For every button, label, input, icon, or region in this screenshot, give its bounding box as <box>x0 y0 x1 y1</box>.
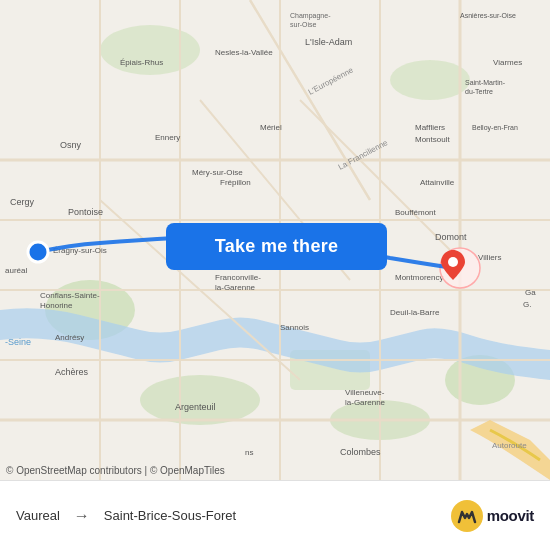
svg-text:Franconville-: Franconville- <box>215 273 261 282</box>
svg-text:Andrésy: Andrésy <box>55 333 84 342</box>
svg-point-70 <box>448 257 458 267</box>
svg-text:Montmorency: Montmorency <box>395 273 443 282</box>
svg-text:Honorine: Honorine <box>40 301 73 310</box>
svg-text:auréal: auréal <box>5 266 27 275</box>
svg-text:Mériel: Mériel <box>260 123 282 132</box>
svg-text:du-Tertre: du-Tertre <box>465 88 493 95</box>
svg-text:Méry-sur-Oise: Méry-sur-Oise <box>192 168 243 177</box>
svg-text:Montsoult: Montsoult <box>415 135 450 144</box>
svg-text:Saint-Martin-: Saint-Martin- <box>465 79 506 86</box>
take-me-there-label: Take me there <box>215 236 339 257</box>
svg-text:la-Garenne: la-Garenne <box>215 283 256 292</box>
svg-text:Asnières-sur-Oise: Asnières-sur-Oise <box>460 12 516 19</box>
svg-point-6 <box>100 25 200 75</box>
map-container: L'Isle-Adam Champagne- sur-Oise Asnières… <box>0 0 550 480</box>
moovit-icon <box>451 500 483 532</box>
footer-bar: Vaureal → Saint-Brice-Sous-Foret moovit <box>0 480 550 550</box>
svg-text:Domont: Domont <box>435 232 467 242</box>
svg-text:Bouffémont: Bouffémont <box>395 208 437 217</box>
svg-text:Osny: Osny <box>60 140 82 150</box>
svg-text:Argenteuil: Argenteuil <box>175 402 216 412</box>
svg-text:Champagne-: Champagne- <box>290 12 331 20</box>
svg-text:Cergy: Cergy <box>10 197 35 207</box>
route-info: Vaureal → Saint-Brice-Sous-Foret <box>16 507 236 525</box>
svg-text:Viarmes: Viarmes <box>493 58 522 67</box>
svg-text:Conflans-Sainte-: Conflans-Sainte- <box>40 291 100 300</box>
svg-text:Épiais-Rhus: Épiais-Rhus <box>120 58 163 67</box>
svg-text:Belloy-en-Fran: Belloy-en-Fran <box>472 124 518 132</box>
svg-point-69 <box>28 242 48 262</box>
svg-text:Pontoise: Pontoise <box>68 207 103 217</box>
moovit-logo: moovit <box>451 500 534 532</box>
moovit-brand-name: moovit <box>487 507 534 524</box>
svg-text:Villeneuve-: Villeneuve- <box>345 388 385 397</box>
take-me-there-button[interactable]: Take me there <box>166 223 387 270</box>
destination-label: Saint-Brice-Sous-Foret <box>104 508 236 523</box>
svg-text:Villiers: Villiers <box>478 253 501 262</box>
svg-text:Frépillon: Frépillon <box>220 178 251 187</box>
svg-text:la-Garenne: la-Garenne <box>345 398 386 407</box>
svg-text:Attainville: Attainville <box>420 178 455 187</box>
moovit-branding: moovit <box>451 500 534 532</box>
map-attribution: © OpenStreetMap contributors | © OpenMap… <box>6 465 225 476</box>
svg-point-2 <box>140 375 260 425</box>
svg-text:G.: G. <box>523 300 531 309</box>
svg-text:sur-Oise: sur-Oise <box>290 21 317 28</box>
svg-text:Sannois: Sannois <box>280 323 309 332</box>
svg-text:Nesles-la-Vallée: Nesles-la-Vallée <box>215 48 273 57</box>
svg-text:-Seine: -Seine <box>5 337 31 347</box>
svg-point-7 <box>390 60 470 100</box>
svg-text:Ga: Ga <box>525 288 536 297</box>
route-arrow: → <box>74 507 90 525</box>
svg-text:Achères: Achères <box>55 367 89 377</box>
origin-label: Vaureal <box>16 508 60 523</box>
svg-text:Ennery: Ennery <box>155 133 180 142</box>
svg-text:Colombes: Colombes <box>340 447 381 457</box>
svg-text:Autoroute: Autoroute <box>492 441 527 450</box>
svg-text:Maffliers: Maffliers <box>415 123 445 132</box>
svg-text:ns: ns <box>245 448 253 457</box>
svg-text:Deuil-la-Barre: Deuil-la-Barre <box>390 308 440 317</box>
svg-text:L'Isle-Adam: L'Isle-Adam <box>305 37 352 47</box>
